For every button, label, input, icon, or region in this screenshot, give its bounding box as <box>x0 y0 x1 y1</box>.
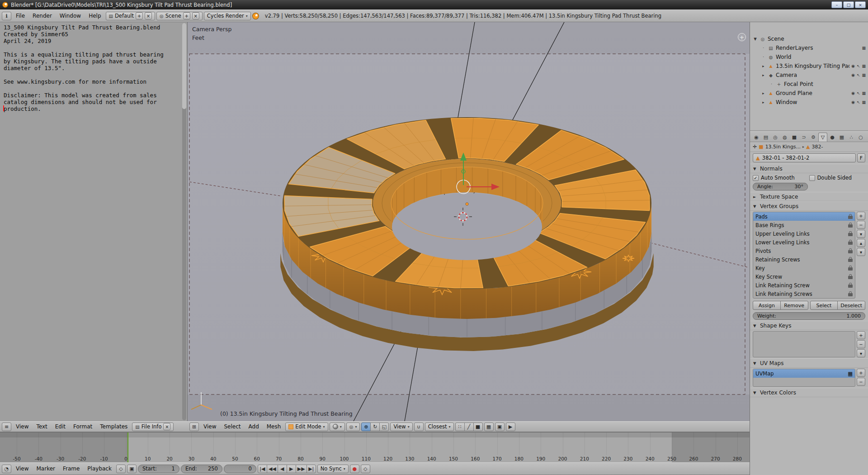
select-restrict-icon[interactable]: ↖ <box>857 100 860 104</box>
double-sided-checkbox[interactable] <box>809 175 815 181</box>
editor-type-text-icon[interactable]: ≡ <box>2 423 11 431</box>
vertex-group-item[interactable]: Key <box>753 264 855 272</box>
viewport-canvas[interactable] <box>188 22 750 421</box>
lock-icon[interactable] <box>848 216 853 219</box>
outliner-item-focal-point[interactable]: · + Focal Point <box>750 80 868 89</box>
render-menu[interactable]: Render <box>29 13 55 19</box>
lock-icon[interactable] <box>848 233 853 236</box>
assign-button[interactable]: Assign <box>753 301 781 310</box>
add-vertex-group-button[interactable]: + <box>857 212 865 220</box>
jump-to-start-button[interactable]: |◀ <box>258 465 267 473</box>
lock-icon[interactable] <box>848 285 853 288</box>
outliner-item-camera[interactable]: ▸ ◆ Camera ◉ ↖ ▦ <box>750 71 868 80</box>
sync-mode-selector[interactable]: No Sync ▾ <box>317 465 349 473</box>
panel-header-uv-maps[interactable]: ▼ UV Maps <box>750 358 868 368</box>
tab-material[interactable]: ● <box>828 133 837 142</box>
scene-selector[interactable]: ◎ Scene + × <box>156 12 203 20</box>
vertex-group-item[interactable]: Base Rings <box>753 221 855 229</box>
text-view-menu[interactable]: View <box>13 423 32 430</box>
view-menu-3d[interactable]: View <box>200 423 219 430</box>
lock-time-toggle[interactable]: ▣ <box>127 465 137 473</box>
expander-icon[interactable]: ▸ <box>761 100 766 104</box>
timeline-frame-menu[interactable]: Frame <box>60 466 83 472</box>
vertex-group-item[interactable]: Pivots <box>753 247 855 255</box>
uv-maps-list[interactable]: UVMap ▦ <box>753 369 855 387</box>
lock-icon[interactable] <box>848 250 853 253</box>
pivot-center-selector[interactable]: ◎ ▾ <box>346 423 360 431</box>
auto-smooth-checkbox[interactable]: ✓ <box>753 175 759 181</box>
lock-icon[interactable] <box>848 259 853 262</box>
end-frame-field[interactable]: End: 250 <box>181 465 222 473</box>
snap-element-selector[interactable]: Closest ▾ <box>425 423 454 431</box>
vertex-group-item[interactable]: Retaining Screws <box>753 255 855 264</box>
smooth-angle-slider[interactable]: Angle: 30° <box>753 183 808 190</box>
viewport-shading-selector[interactable]: ▾ <box>330 423 345 431</box>
current-frame-field[interactable]: 0 <box>224 465 256 473</box>
panel-header-texture-space[interactable]: ► Texture Space <box>750 192 868 201</box>
select-menu-3d[interactable]: Select <box>221 423 244 430</box>
unlink-text-button[interactable]: × <box>163 423 170 430</box>
render-engine-selector[interactable]: Cycles Render ▾ <box>204 12 251 20</box>
outliner-item-scene[interactable]: ▼ ◎ Scene <box>750 34 868 43</box>
vertex-group-item[interactable]: Pads <box>753 212 855 221</box>
play-reverse-button[interactable]: ◀ <box>278 465 287 473</box>
text-editor-content[interactable]: 13_500 Kingsbury Tilt Pad Thrust Bearing… <box>4 24 180 112</box>
help-menu[interactable]: Help <box>85 13 104 19</box>
vertex-group-item[interactable]: Link Retaining Screw <box>753 281 855 290</box>
move-group-down-button[interactable]: ▾ <box>857 248 865 256</box>
select-restrict-icon[interactable]: ↖ <box>857 73 860 77</box>
viewport-3d[interactable]: Camera Persp Feet (0) 13.5in Kingsbury T… <box>188 22 750 421</box>
lock-icon[interactable] <box>848 293 853 296</box>
mesh-name-field[interactable]: ▲ 382-01 - 382-01-2 <box>753 153 856 162</box>
text-editor[interactable]: 13_500 Kingsbury Tilt Pad Thrust Bearing… <box>0 22 188 421</box>
tab-particles[interactable]: ∴ <box>847 133 856 142</box>
lock-icon[interactable] <box>848 267 853 271</box>
file-menu[interactable]: File <box>13 13 28 19</box>
expander-icon[interactable]: ▸ <box>761 64 766 68</box>
tab-constraints[interactable]: ⊃ <box>799 133 808 142</box>
select-mode-face-toggle[interactable]: ■ <box>473 423 483 431</box>
jump-to-end-button[interactable]: ▶| <box>307 465 316 473</box>
manipulator-rotate-toggle[interactable]: ↻ <box>370 423 380 431</box>
remove-shape-key-button[interactable]: − <box>857 340 865 348</box>
outliner-item-window[interactable]: ▸ ▲ Window ◉ ↖ ▦ <box>750 98 868 107</box>
shape-keys-list[interactable] <box>753 331 855 357</box>
pin-icon[interactable]: ✛ <box>753 144 757 150</box>
text-text-menu[interactable]: Text <box>33 423 50 430</box>
timeline-view-menu[interactable]: View <box>13 466 32 472</box>
tab-world[interactable]: ◍ <box>780 133 789 142</box>
add-uv-map-button[interactable]: + <box>857 369 865 377</box>
select-button[interactable]: Select <box>810 301 838 310</box>
uv-map-item[interactable]: UVMap ▦ <box>753 369 855 378</box>
add-layout-button[interactable]: + <box>136 12 143 19</box>
outliner-item-renderlayers[interactable]: · ▤ RenderLayers ▦ <box>750 43 868 52</box>
text-editor-scrollbar[interactable] <box>182 23 186 420</box>
weight-slider[interactable]: Weight: 1.000 <box>753 312 865 320</box>
panel-header-vertex-colors[interactable]: ▼ Vertex Colors <box>750 388 868 397</box>
prev-keyframe-button[interactable]: ◀◀ <box>267 465 278 473</box>
panel-header-normals[interactable]: ▼ Normals <box>750 164 868 173</box>
manipulator-scale-toggle[interactable]: ◱ <box>379 423 389 431</box>
scrollbar-handle[interactable] <box>182 23 186 109</box>
tab-scene[interactable]: ◎ <box>771 133 780 142</box>
panel-header-shape-keys[interactable]: ▼ Shape Keys <box>750 321 868 330</box>
vertex-group-item[interactable]: Key Screw <box>753 272 855 281</box>
manipulator-translate-toggle[interactable]: ⊕ <box>361 423 371 431</box>
render-restrict-icon[interactable]: ▦ <box>848 370 853 377</box>
remove-button[interactable]: Remove <box>780 301 808 310</box>
select-mode-vertex-toggle[interactable]: ∷ <box>455 423 465 431</box>
timeline-playback-menu[interactable]: Playback <box>84 466 115 472</box>
editor-type-info-icon[interactable]: ℹ <box>2 12 11 20</box>
eye-icon[interactable]: ◉ <box>851 64 855 68</box>
tab-render[interactable]: ◉ <box>752 133 761 142</box>
mesh-menu-3d[interactable]: Mesh <box>264 423 284 430</box>
tab-object[interactable]: ■ <box>790 133 799 142</box>
timeline-marker-menu[interactable]: Marker <box>33 466 58 472</box>
tab-modifiers[interactable]: ⚙ <box>809 133 818 142</box>
editor-type-3d-icon[interactable]: ⊞ <box>189 423 199 431</box>
use-preview-range-toggle[interactable]: ◇ <box>116 465 126 473</box>
lock-icon[interactable] <box>848 224 853 228</box>
next-keyframe-button[interactable]: ▶▶ <box>296 465 307 473</box>
timeline-track[interactable]: -50-40-30-20-100102030405060708090100110… <box>0 432 750 462</box>
deselect-button[interactable]: Deselect <box>837 301 865 310</box>
